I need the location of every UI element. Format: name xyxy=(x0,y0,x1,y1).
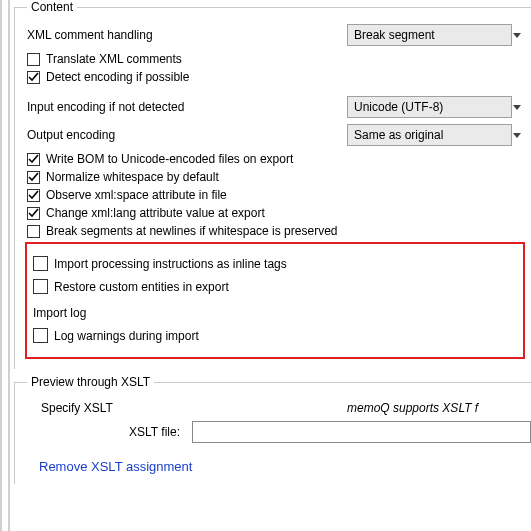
translate-xml-comments-row[interactable]: Translate XML comments xyxy=(27,52,531,66)
highlighted-options-box: Import processing instructions as inline… xyxy=(25,242,525,359)
checkbox-icon[interactable] xyxy=(27,53,40,66)
specify-xslt-label: Specify XSLT xyxy=(37,401,347,415)
import-pi-row[interactable]: Import processing instructions as inline… xyxy=(33,256,517,271)
input-encoding-dropdown[interactable]: Unicode (UTF-8) xyxy=(347,96,512,118)
checkbox-label: Break segments at newlines if whitespace… xyxy=(46,224,337,238)
remove-xslt-link[interactable]: Remove XSLT assignment xyxy=(39,459,192,474)
change-xmllang-row[interactable]: Change xml:lang attribute value at expor… xyxy=(27,206,531,220)
checkbox-icon[interactable] xyxy=(33,328,48,343)
checkbox-icon[interactable] xyxy=(27,171,40,184)
checkbox-label: Translate XML comments xyxy=(46,52,182,66)
checkbox-label: Log warnings during import xyxy=(54,329,199,343)
specify-xslt-row: Specify XSLT memoQ supports XSLT f xyxy=(37,401,531,415)
input-encoding-label: Input encoding if not detected xyxy=(27,100,347,114)
detect-encoding-row[interactable]: Detect encoding if possible xyxy=(27,70,531,84)
xslt-note: memoQ supports XSLT f xyxy=(347,401,478,415)
checkbox-icon[interactable] xyxy=(27,153,40,166)
write-bom-row[interactable]: Write BOM to Unicode-encoded files on ex… xyxy=(27,152,531,166)
xml-comment-row: XML comment handling Break segment xyxy=(27,24,531,46)
content-legend: Content xyxy=(27,0,77,14)
xslt-fieldset: Preview through XSLT Specify XSLT memoQ … xyxy=(14,375,531,484)
content-fieldset: Content XML comment handling Break segme… xyxy=(14,0,531,369)
xslt-file-label: XSLT file: xyxy=(27,425,192,439)
normalize-ws-row[interactable]: Normalize whitespace by default xyxy=(27,170,531,184)
log-warnings-row[interactable]: Log warnings during import xyxy=(33,328,517,343)
checkbox-label: Write BOM to Unicode-encoded files on ex… xyxy=(46,152,293,166)
dropdown-value: Unicode (UTF-8) xyxy=(354,100,507,114)
break-newlines-row[interactable]: Break segments at newlines if whitespace… xyxy=(27,224,531,238)
checkbox-label: Normalize whitespace by default xyxy=(46,170,219,184)
xslt-legend: Preview through XSLT xyxy=(27,375,154,389)
checkbox-label: Observe xml:space attribute in file xyxy=(46,188,227,202)
checkbox-label: Restore custom entities in export xyxy=(54,280,229,294)
checkbox-label: Detect encoding if possible xyxy=(46,70,189,84)
dropdown-value: Break segment xyxy=(354,28,507,42)
xml-comment-label: XML comment handling xyxy=(27,28,347,42)
checkbox-icon[interactable] xyxy=(27,225,40,238)
checkbox-icon[interactable] xyxy=(27,207,40,220)
observe-xmlspace-row[interactable]: Observe xml:space attribute in file xyxy=(27,188,531,202)
output-encoding-dropdown[interactable]: Same as original xyxy=(347,124,512,146)
xslt-file-input[interactable] xyxy=(192,421,531,443)
checkbox-icon[interactable] xyxy=(33,279,48,294)
checkbox-icon[interactable] xyxy=(33,256,48,271)
checkbox-icon[interactable] xyxy=(27,189,40,202)
checkbox-icon[interactable] xyxy=(27,71,40,84)
restore-entities-row[interactable]: Restore custom entities in export xyxy=(33,279,517,294)
xml-comment-dropdown[interactable]: Break segment xyxy=(347,24,512,46)
chevron-down-icon xyxy=(513,133,521,138)
checkbox-label: Import processing instructions as inline… xyxy=(54,257,287,271)
chevron-down-icon xyxy=(513,105,521,110)
chevron-down-icon xyxy=(513,33,521,38)
input-encoding-row: Input encoding if not detected Unicode (… xyxy=(27,96,531,118)
dropdown-value: Same as original xyxy=(354,128,507,142)
output-encoding-label: Output encoding xyxy=(27,128,347,142)
xslt-file-row: XSLT file: xyxy=(27,421,531,443)
output-encoding-row: Output encoding Same as original xyxy=(27,124,531,146)
checkbox-label: Change xml:lang attribute value at expor… xyxy=(46,206,265,220)
import-log-heading: Import log xyxy=(33,306,517,320)
